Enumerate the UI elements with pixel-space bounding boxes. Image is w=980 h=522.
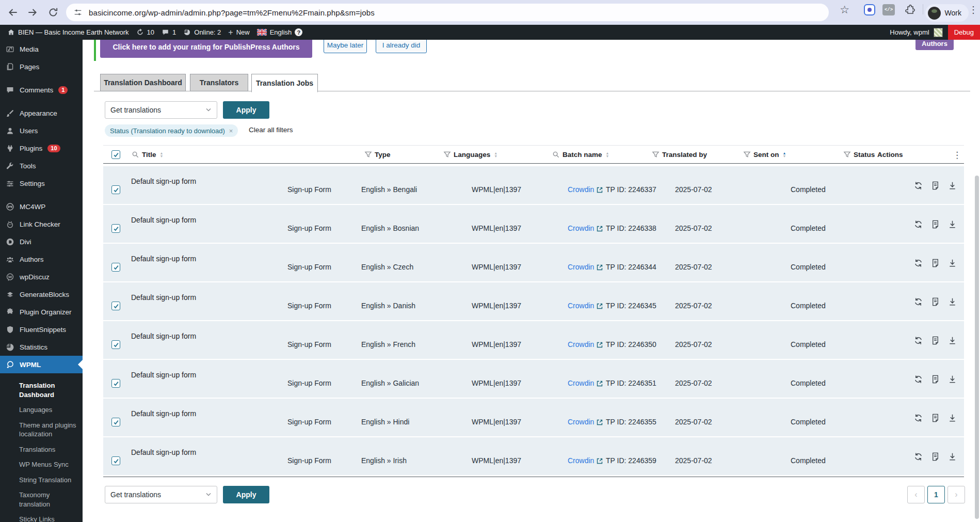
sidebar-item-pages[interactable]: Pages	[0, 58, 83, 75]
download-action-icon[interactable]	[947, 258, 957, 268]
download-action-icon[interactable]	[947, 219, 957, 229]
chip-close-icon[interactable]: ×	[229, 127, 233, 135]
sync-action-icon[interactable]	[913, 413, 923, 423]
sidebar-item-settings[interactable]: Settings	[0, 175, 83, 192]
translator-link[interactable]: Crowdin	[568, 224, 594, 232]
submenu-item-languages[interactable]: Languages	[0, 402, 83, 418]
sort-icon[interactable]: ▲▼	[606, 152, 609, 158]
column-batch-name[interactable]: Batch name ▲▼	[552, 146, 609, 164]
filter-icon[interactable]	[364, 151, 372, 159]
url-text[interactable]: basicincome.org/wp-admin/admin.php?page=…	[89, 8, 375, 17]
sync-action-icon[interactable]	[913, 219, 923, 229]
sidebar-item-link-checker[interactable]: Link Checker	[0, 215, 83, 233]
row-checkbox[interactable]	[111, 263, 120, 272]
browser-profile-chip[interactable]: Work	[925, 4, 969, 22]
translator-link[interactable]: Crowdin	[568, 302, 594, 310]
sync-action-icon[interactable]	[913, 452, 923, 462]
sort-icon[interactable]: ▲▼	[160, 152, 164, 158]
translator-link[interactable]: Crowdin	[568, 418, 594, 426]
pagination-prev-button[interactable]: ‹	[907, 486, 925, 503]
submenu-item-translation-dashboard[interactable]: Translation Dashboard	[0, 378, 83, 402]
sidebar-item-appearance[interactable]: Appearance	[0, 104, 83, 122]
sidebar-item-mc4wp[interactable]: MC4WP	[0, 198, 83, 215]
column-sent-on[interactable]: Sent on ▲▼	[743, 146, 786, 164]
notes-action-icon[interactable]	[930, 413, 940, 423]
row-checkbox[interactable]	[111, 418, 120, 426]
column-type[interactable]: Type	[364, 146, 391, 164]
translator-link[interactable]: Crowdin	[568, 456, 594, 465]
download-action-icon[interactable]	[947, 181, 957, 191]
sync-action-icon[interactable]	[913, 297, 923, 307]
sync-action-icon[interactable]	[913, 181, 923, 191]
download-action-icon[interactable]	[947, 297, 957, 307]
sync-action-icon[interactable]	[913, 258, 923, 268]
download-action-icon[interactable]	[947, 413, 957, 423]
sync-action-icon[interactable]	[913, 336, 923, 345]
column-title[interactable]: Title ▲▼	[132, 146, 163, 164]
filter-icon[interactable]	[743, 151, 751, 159]
download-action-icon[interactable]	[947, 452, 957, 462]
user-avatar[interactable]	[934, 28, 943, 37]
search-icon[interactable]	[132, 151, 139, 159]
submenu-item-taxonomy-translation[interactable]: Taxonomy translation	[0, 487, 83, 512]
table-options-kebab-icon[interactable]: ⋮	[953, 150, 961, 161]
submenu-item-sticky-links[interactable]: Sticky Links	[0, 512, 83, 522]
row-checkbox[interactable]	[111, 224, 120, 233]
notes-action-icon[interactable]	[930, 374, 940, 384]
notes-action-icon[interactable]	[930, 181, 940, 191]
sidebar-item-media[interactable]: Media	[0, 40, 83, 58]
filter-icon[interactable]	[843, 151, 851, 159]
admin-bar-comments[interactable]: 1	[162, 28, 176, 36]
row-checkbox[interactable]	[111, 340, 120, 349]
tab-translation-dashboard[interactable]: Translation Dashboard	[100, 74, 186, 91]
sort-icon[interactable]: ▲▼	[494, 152, 497, 158]
translator-link[interactable]: Crowdin	[568, 263, 594, 271]
sidebar-item-fluentsnippets[interactable]: FluentSnippets	[0, 321, 83, 338]
column-languages[interactable]: Languages ▲▼	[443, 146, 497, 164]
submenu-item-theme-and-plugins-localization[interactable]: Theme and plugins localization	[0, 418, 83, 442]
column-translated-by[interactable]: Translated by	[652, 146, 707, 164]
notes-action-icon[interactable]	[930, 258, 940, 268]
status-filter-chip[interactable]: Status (Translation ready to download) ×	[105, 124, 238, 137]
download-action-icon[interactable]	[947, 374, 957, 384]
column-status[interactable]: Status ▲▼	[843, 146, 882, 164]
sidebar-item-wpml[interactable]: WPML	[0, 356, 83, 373]
sort-icon-active-asc[interactable]: ▲▼	[783, 152, 786, 158]
row-checkbox[interactable]	[111, 456, 120, 465]
submenu-item-wp-menus-sync[interactable]: WP Menus Sync	[0, 457, 83, 472]
admin-bar-updates[interactable]: 10	[136, 28, 154, 36]
forward-icon[interactable]	[27, 7, 38, 18]
translator-link[interactable]: Crowdin	[568, 379, 594, 387]
translator-link[interactable]: Crowdin	[568, 185, 594, 194]
sidebar-item-users[interactable]: Users	[0, 122, 83, 139]
extensions-puzzle-icon[interactable]	[904, 4, 915, 15]
devtools-extension-icon[interactable]: </>	[882, 4, 895, 15]
admin-bar-language[interactable]: English ?	[257, 28, 303, 36]
browser-menu-icon[interactable]: ⋮	[969, 4, 978, 15]
notes-action-icon[interactable]	[930, 297, 940, 307]
sidebar-item-comments[interactable]: Comments1	[0, 81, 83, 99]
search-icon[interactable]	[552, 151, 560, 159]
bulk-action-select-top[interactable]: Get translations	[105, 101, 217, 119]
admin-bar-online[interactable]: Online: 2	[183, 28, 221, 36]
apply-button-top[interactable]: Apply	[223, 101, 269, 119]
apply-button-bottom[interactable]: Apply	[223, 486, 269, 503]
submenu-item-translations[interactable]: Translations	[0, 442, 83, 457]
submenu-item-string-translation[interactable]: String Translation	[0, 472, 83, 488]
site-name[interactable]: BIEN — Basic Income Earth Network	[18, 28, 129, 36]
admin-bar-site[interactable]: BIEN — Basic Income Earth Network	[7, 28, 129, 36]
sidebar-item-plugin-organizer[interactable]: Plugin Organizer	[0, 303, 83, 321]
reload-icon[interactable]	[47, 7, 59, 18]
clear-all-filters-link[interactable]: Clear all filters	[249, 126, 293, 134]
row-checkbox[interactable]	[111, 302, 120, 310]
admin-bar-new[interactable]: + New	[228, 28, 249, 37]
sync-action-icon[interactable]	[913, 374, 923, 384]
howdy-account[interactable]: Howdy, wpml	[890, 28, 929, 36]
select-all-checkbox[interactable]	[111, 150, 120, 159]
row-checkbox[interactable]	[111, 379, 120, 388]
sidebar-item-authors[interactable]: Authors	[0, 250, 83, 268]
filter-icon[interactable]	[652, 151, 660, 159]
tab-translation-jobs[interactable]: Translation Jobs	[251, 74, 318, 92]
debug-button[interactable]: Debug	[948, 25, 980, 40]
bulk-action-select-bottom[interactable]: Get translations	[105, 486, 217, 503]
